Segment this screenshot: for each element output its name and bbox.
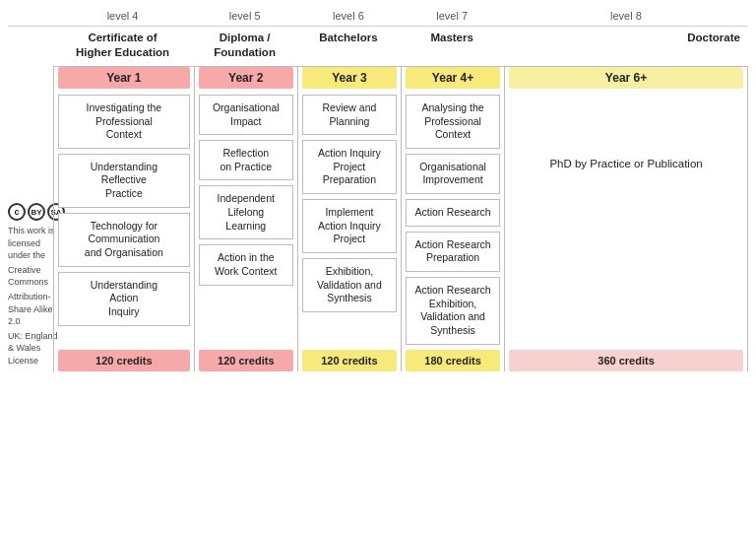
year4-badge: Year 4+ [406, 67, 500, 89]
level-spacer [8, 10, 52, 22]
credits-y6: 360 credits [509, 350, 743, 371]
module-y3-2: Action Inquiry Project Preparation [302, 140, 397, 194]
credits-y4: 180 credits [406, 350, 500, 371]
col-year3: Year 3 Review and Planning Action Inquir… [297, 66, 401, 371]
module-y2-2: Reflection on Practice [199, 140, 293, 180]
col-year1: Year 1 Investigating the Professional Co… [53, 66, 194, 371]
module-y3-4: Exhibition, Validation and Synthesis [302, 258, 397, 312]
col-year4: Year 4+ Analysing the Professional Conte… [401, 66, 504, 371]
main-container: level 4 level 5 level 6 level 7 level 8 … [0, 0, 756, 381]
columns-row: c BY SA This work is licensed under the … [8, 66, 748, 371]
subtitle-masters: Masters [401, 31, 504, 60]
cc-by-icon: BY [28, 203, 45, 221]
cc-c-icon: c [8, 203, 26, 221]
year6-badge: Year 6+ [509, 67, 743, 89]
module-y1-4: Understanding Action Inquiry [58, 272, 190, 326]
copyright-col: c BY SA This work is licensed under the … [8, 66, 53, 371]
level-8: level 8 [504, 10, 748, 22]
credits-y2: 120 credits [199, 350, 293, 371]
subtitle-diploma: Diploma / Foundation [193, 31, 296, 60]
module-y3-3: Implement Action Inquiry Project [302, 199, 397, 253]
module-y2-3: Independent Lifelong Learning [199, 185, 293, 239]
level-6: level 6 [296, 10, 400, 22]
subtitle-cert: Certificate of Higher Education [52, 31, 193, 60]
module-y1-1: Investigating the Professional Context [58, 95, 190, 149]
credits-y1: 120 credits [58, 350, 190, 371]
credits-y3: 120 credits [302, 350, 397, 371]
module-y1-2: Understanding Reflective Practice [58, 154, 190, 208]
level-5: level 5 [193, 10, 296, 22]
subtitle-row: Certificate of Higher Education Diploma … [8, 31, 748, 60]
module-y3-1: Review and Planning [302, 95, 397, 135]
level-4: level 4 [52, 10, 193, 22]
col-year2: Year 2 Organisational Impact Reflection … [194, 66, 297, 371]
col-year6: Year 6+ PhD by Practice or Publication 3… [504, 66, 748, 371]
level-7: level 7 [401, 10, 504, 22]
year2-badge: Year 2 [199, 67, 293, 89]
copyright-area: c BY SA This work is licensed under the … [8, 203, 53, 368]
level-row: level 4 level 5 level 6 level 7 level 8 [8, 10, 748, 27]
year1-badge: Year 1 [58, 67, 190, 89]
phd-text: PhD by Practice or Publication [509, 95, 743, 232]
module-y2-4: Action in the Work Context [199, 244, 293, 285]
module-y4-5: Action Research Exhibition, Validation a… [406, 277, 500, 345]
module-y4-2: Organisational Improvement [406, 154, 500, 194]
module-y4-4: Action Research Preparation [406, 232, 500, 272]
year3-badge: Year 3 [302, 67, 397, 89]
module-y4-3: Action Research [406, 199, 500, 227]
module-y1-3: Technology for Communication and Organis… [58, 213, 190, 267]
module-y2-1: Organisational Impact [199, 95, 293, 135]
subtitle-bach: Batchelors [296, 31, 400, 60]
module-y4-1: Analysing the Professional Context [406, 95, 500, 149]
subtitle-doctorate: Doctorate [504, 31, 748, 60]
